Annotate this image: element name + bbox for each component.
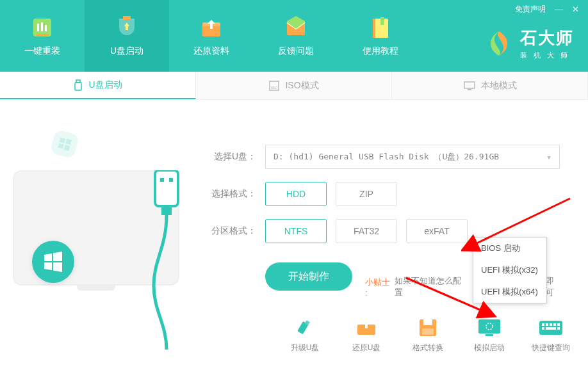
svg-rect-17 bbox=[468, 89, 471, 90]
svg-rect-40 bbox=[557, 323, 560, 326]
header-nav: 一键重装 U盘启动 还原资料 反馈问题 使用教程 免责声明 — ✕ 石大师 装机 bbox=[0, 0, 588, 72]
nav-label: U盘启动 bbox=[110, 45, 143, 57]
windows-badge-icon bbox=[32, 241, 74, 283]
tool-hotkey-query[interactable]: 快捷键查询 bbox=[528, 317, 574, 353]
monitor-sim-icon bbox=[477, 317, 502, 339]
monitor-icon bbox=[463, 81, 476, 91]
bars-icon bbox=[29, 15, 55, 40]
popup-item-uefi64[interactable]: UEFI 模拟(x64) bbox=[473, 281, 546, 303]
nav-label: 还原资料 bbox=[193, 45, 229, 57]
tool-format-convert[interactable]: 格式转换 bbox=[405, 317, 451, 353]
svg-rect-1 bbox=[37, 24, 39, 31]
svg-rect-32 bbox=[478, 319, 500, 334]
partition-label: 分区格式： bbox=[205, 225, 256, 237]
tab-local-mode[interactable]: 本地模式 bbox=[392, 72, 588, 99]
brand-title: 石大师 bbox=[520, 27, 574, 49]
tab-iso-mode[interactable]: ISO ISO模式 bbox=[196, 72, 392, 99]
chevron-down-icon: ▾ bbox=[546, 152, 551, 162]
svg-rect-30 bbox=[423, 319, 432, 325]
svg-rect-5 bbox=[123, 16, 131, 20]
start-button[interactable]: 开始制作 bbox=[265, 262, 352, 291]
shield-usb-icon bbox=[114, 15, 140, 40]
svg-rect-3 bbox=[45, 25, 47, 31]
nav-restore[interactable]: 还原资料 bbox=[169, 0, 254, 72]
disk-select[interactable]: D: (hd1) General USB Flash Disk （U盘）26.9… bbox=[265, 145, 560, 169]
svg-rect-39 bbox=[553, 323, 556, 326]
keyboard-icon bbox=[538, 317, 564, 339]
nav-usb-boot[interactable]: U盘启动 bbox=[85, 0, 169, 72]
bg-windows-icon bbox=[50, 129, 80, 159]
svg-rect-2 bbox=[41, 22, 43, 31]
svg-rect-36 bbox=[542, 323, 544, 326]
tool-label: 格式转换 bbox=[412, 342, 443, 353]
svg-rect-43 bbox=[557, 327, 560, 330]
svg-rect-25 bbox=[161, 206, 172, 215]
svg-rect-21 bbox=[64, 145, 70, 151]
nav-label: 使用教程 bbox=[363, 45, 398, 57]
tab-usb-boot[interactable]: U盘启动 bbox=[0, 72, 196, 99]
nav-label: 一键重装 bbox=[24, 45, 60, 57]
disk-select-value: D: (hd1) General USB Flash Disk （U盘）26.9… bbox=[274, 151, 499, 163]
svg-rect-42 bbox=[546, 327, 556, 330]
tips-suffix: 即可 bbox=[546, 275, 562, 298]
book-icon bbox=[368, 15, 393, 40]
tool-label: 升级U盘 bbox=[291, 342, 320, 353]
floppy-icon bbox=[415, 317, 441, 339]
svg-rect-23 bbox=[160, 178, 164, 182]
svg-rect-10 bbox=[373, 19, 375, 38]
popup-item-bios[interactable]: BIOS 启动 bbox=[473, 237, 546, 259]
popup-item-uefi32[interactable]: UEFI 模拟(x32) bbox=[473, 259, 546, 281]
svg-rect-16 bbox=[464, 82, 475, 88]
restore-box-icon bbox=[354, 317, 379, 339]
brand: 石大师 装机大师 bbox=[484, 27, 574, 60]
usb-small-icon bbox=[73, 79, 83, 92]
svg-rect-24 bbox=[169, 178, 173, 182]
tool-label: 还原U盘 bbox=[352, 342, 381, 353]
tips-text: 如果不知道怎么配置 bbox=[395, 275, 469, 298]
nav-feedback[interactable]: 反馈问题 bbox=[254, 0, 338, 72]
format-option-hdd[interactable]: HDD bbox=[265, 182, 327, 206]
format-option-zip[interactable]: ZIP bbox=[336, 182, 397, 206]
tool-label: 模拟启动 bbox=[474, 342, 505, 353]
svg-rect-20 bbox=[58, 143, 64, 149]
tool-simulate-boot[interactable]: 模拟启动 bbox=[466, 317, 512, 353]
tips-label: 小贴士 : bbox=[365, 277, 395, 298]
brand-subtitle: 装机大师 bbox=[520, 51, 574, 60]
svg-rect-4 bbox=[36, 34, 49, 36]
window-controls: 免责声明 — ✕ bbox=[515, 4, 579, 15]
partition-option-ntfs[interactable]: NTFS bbox=[265, 219, 327, 243]
svg-rect-41 bbox=[542, 327, 544, 330]
close-button[interactable]: ✕ bbox=[572, 4, 579, 14]
svg-rect-37 bbox=[546, 323, 548, 326]
upload-box-icon bbox=[199, 15, 224, 40]
brand-logo-icon bbox=[484, 29, 514, 58]
svg-rect-11 bbox=[380, 17, 384, 25]
select-format-label: 选择格式： bbox=[205, 188, 256, 200]
tab-label: ISO模式 bbox=[285, 80, 318, 92]
svg-rect-22 bbox=[155, 170, 178, 206]
svg-rect-18 bbox=[60, 138, 66, 143]
simulate-boot-popup: BIOS 启动 UEFI 模拟(x32) UEFI 模拟(x64) bbox=[473, 237, 547, 303]
svg-rect-13 bbox=[76, 80, 80, 83]
partition-option-fat32[interactable]: FAT32 bbox=[336, 219, 397, 243]
tab-label: 本地模式 bbox=[481, 80, 517, 92]
iso-icon: ISO bbox=[268, 80, 280, 92]
svg-rect-19 bbox=[65, 139, 72, 145]
svg-rect-34 bbox=[486, 334, 493, 336]
svg-rect-12 bbox=[75, 83, 81, 90]
disclaimer-link[interactable]: 免责声明 bbox=[515, 4, 546, 15]
tool-restore-usb[interactable]: 还原U盘 bbox=[343, 317, 389, 353]
minimize-button[interactable]: — bbox=[555, 4, 563, 14]
mode-tabs: U盘启动 ISO ISO模式 本地模式 bbox=[0, 72, 588, 100]
tab-label: U盘启动 bbox=[88, 79, 122, 91]
tool-upgrade-usb[interactable]: 升级U盘 bbox=[282, 317, 328, 353]
usb-cable-icon bbox=[147, 170, 186, 350]
tool-label: 快捷键查询 bbox=[532, 342, 570, 353]
bottom-tools: 升级U盘 还原U盘 格式转换 模拟启动 快捷键查询 bbox=[282, 317, 574, 353]
envelope-icon bbox=[283, 15, 309, 40]
partition-option-exfat[interactable]: exFAT bbox=[406, 219, 468, 243]
nav-reinstall[interactable]: 一键重装 bbox=[0, 0, 85, 72]
nav-tutorial[interactable]: 使用教程 bbox=[338, 0, 423, 72]
nav-label: 反馈问题 bbox=[278, 45, 314, 57]
content-area: 选择U盘： D: (hd1) General USB Flash Disk （U… bbox=[0, 100, 588, 370]
